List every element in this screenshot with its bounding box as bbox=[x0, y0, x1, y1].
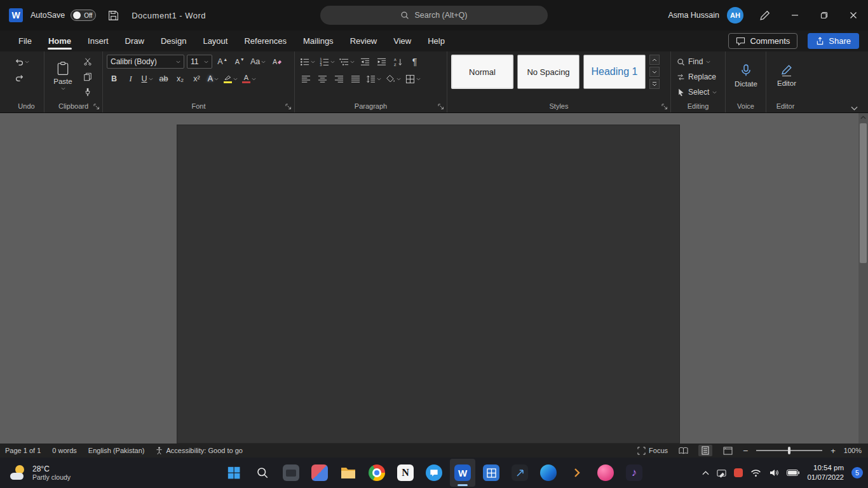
font-size-select[interactable]: 11 bbox=[187, 55, 212, 69]
notification-badge[interactable]: 5 bbox=[851, 467, 863, 478]
autosave-toggle[interactable]: Off bbox=[71, 10, 96, 21]
align-center-button[interactable] bbox=[315, 72, 330, 86]
notion-button[interactable]: N bbox=[393, 459, 418, 487]
show-formatting-marks-button[interactable]: ¶ bbox=[407, 55, 422, 69]
chat-app-button[interactable] bbox=[421, 459, 447, 487]
minimize-button[interactable] bbox=[780, 0, 810, 30]
align-left-button[interactable] bbox=[299, 72, 313, 86]
shrink-font-button[interactable]: A▾ bbox=[232, 55, 247, 69]
styles-more[interactable] bbox=[649, 79, 660, 89]
word-taskbar-button[interactable]: W bbox=[450, 459, 475, 487]
start-button[interactable] bbox=[221, 459, 247, 487]
tab-file[interactable]: File bbox=[10, 32, 40, 51]
dictate-button[interactable]: Dictate bbox=[729, 55, 763, 97]
document-page[interactable] bbox=[177, 125, 680, 444]
file-explorer-button[interactable] bbox=[336, 459, 361, 487]
arrow-app-button[interactable] bbox=[507, 459, 532, 487]
collapse-ribbon-button[interactable] bbox=[851, 106, 858, 111]
underline-button[interactable]: U bbox=[140, 72, 154, 86]
multilevel-list-button[interactable] bbox=[338, 55, 356, 69]
zoom-out-button[interactable]: − bbox=[743, 445, 748, 456]
share-button[interactable]: Share bbox=[808, 33, 859, 49]
tab-help[interactable]: Help bbox=[419, 32, 453, 51]
tab-draw[interactable]: Draw bbox=[117, 32, 153, 51]
decrease-indent-button[interactable] bbox=[358, 55, 372, 69]
clear-formatting-button[interactable]: A bbox=[269, 55, 284, 69]
page-indicator[interactable]: Page 1 of 1 bbox=[5, 447, 41, 454]
select-button[interactable]: Select bbox=[675, 85, 721, 99]
change-case-button[interactable]: Aa bbox=[249, 55, 267, 69]
highlight-color-button[interactable] bbox=[222, 72, 239, 86]
tray-app-icon-red[interactable] bbox=[734, 468, 743, 477]
tab-view[interactable]: View bbox=[385, 32, 419, 51]
bullets-button[interactable] bbox=[299, 55, 316, 69]
close-button[interactable] bbox=[839, 0, 868, 30]
tab-design[interactable]: Design bbox=[153, 32, 194, 51]
music-app-button[interactable]: ♪ bbox=[621, 459, 647, 487]
zoom-level[interactable]: 100% bbox=[844, 447, 862, 454]
pen-mode-button[interactable] bbox=[754, 4, 775, 26]
taskbar-app-dark[interactable] bbox=[278, 459, 304, 487]
line-spacing-button[interactable] bbox=[365, 72, 383, 86]
clipboard-dialog-launcher[interactable] bbox=[93, 104, 100, 110]
editor-button[interactable]: Editor bbox=[770, 55, 803, 97]
taskbar-search-button[interactable] bbox=[250, 459, 275, 487]
strikethrough-button[interactable]: ab bbox=[156, 72, 171, 86]
subscript-button[interactable]: x₂ bbox=[173, 72, 187, 86]
clock[interactable]: 10:54 pm 01/07/2022 bbox=[807, 463, 844, 482]
wifi-icon[interactable] bbox=[750, 469, 761, 477]
zoom-in-button[interactable]: + bbox=[831, 446, 836, 456]
paragraph-dialog-launcher[interactable] bbox=[438, 104, 444, 110]
style-no-spacing[interactable]: No Spacing bbox=[517, 55, 580, 89]
style-normal[interactable]: Normal bbox=[451, 55, 513, 89]
cut-button[interactable] bbox=[80, 55, 95, 69]
sort-button[interactable]: AZ bbox=[391, 55, 405, 69]
font-color-button[interactable]: A bbox=[241, 72, 257, 86]
styles-scroll-down[interactable] bbox=[649, 67, 660, 77]
align-right-button[interactable] bbox=[332, 72, 346, 86]
replace-button[interactable]: Replace bbox=[675, 70, 721, 84]
hidden-icons-chevron[interactable] bbox=[702, 471, 709, 475]
zoom-slider-thumb[interactable] bbox=[788, 447, 790, 454]
save-button[interactable] bbox=[105, 7, 121, 24]
pink-app-button[interactable] bbox=[593, 459, 618, 487]
grow-font-button[interactable]: A▴ bbox=[215, 55, 229, 69]
user-avatar[interactable]: AH bbox=[727, 7, 743, 24]
titlebar-search[interactable]: Search (Alt+Q) bbox=[320, 6, 548, 25]
text-effects-button[interactable]: A bbox=[206, 72, 220, 86]
scroll-up-icon[interactable] bbox=[860, 116, 866, 119]
justify-button[interactable] bbox=[348, 72, 363, 86]
print-layout-button[interactable] bbox=[698, 445, 712, 456]
comments-button[interactable]: Comments bbox=[728, 33, 797, 49]
word-app-icon[interactable]: W bbox=[9, 8, 23, 22]
language-indicator[interactable]: English (Pakistan) bbox=[88, 447, 145, 454]
edge-button[interactable] bbox=[536, 459, 561, 487]
taskbar-app-colorful[interactable] bbox=[307, 459, 332, 487]
tab-insert[interactable]: Insert bbox=[79, 32, 117, 51]
redo-button[interactable] bbox=[13, 71, 27, 85]
style-heading-1[interactable]: Heading 1 bbox=[583, 55, 646, 89]
undo-button[interactable] bbox=[13, 55, 31, 69]
tab-references[interactable]: References bbox=[236, 32, 294, 51]
read-mode-button[interactable] bbox=[676, 445, 690, 456]
tab-layout[interactable]: Layout bbox=[194, 32, 236, 51]
volume-icon[interactable] bbox=[769, 468, 779, 477]
font-dialog-launcher[interactable] bbox=[285, 104, 292, 110]
tab-mailings[interactable]: Mailings bbox=[295, 32, 342, 51]
styles-dialog-launcher[interactable] bbox=[661, 104, 668, 110]
pen-tablet-icon[interactable] bbox=[717, 468, 726, 478]
bold-button[interactable]: B bbox=[107, 72, 121, 86]
paste-button[interactable]: Paste bbox=[48, 55, 78, 97]
word-count[interactable]: 0 words bbox=[52, 447, 77, 454]
tab-home[interactable]: Home bbox=[40, 32, 79, 51]
numbering-button[interactable]: 123 bbox=[318, 55, 336, 69]
zoom-slider[interactable] bbox=[756, 450, 822, 451]
increase-indent-button[interactable] bbox=[374, 55, 389, 69]
borders-button[interactable] bbox=[404, 72, 422, 86]
shading-button[interactable] bbox=[384, 72, 402, 86]
italic-button[interactable]: I bbox=[123, 72, 138, 86]
find-button[interactable]: Find bbox=[675, 55, 721, 69]
format-painter-button[interactable] bbox=[80, 85, 95, 99]
user-name[interactable]: Asma Hussain bbox=[668, 11, 719, 20]
superscript-button[interactable]: x² bbox=[189, 72, 204, 86]
